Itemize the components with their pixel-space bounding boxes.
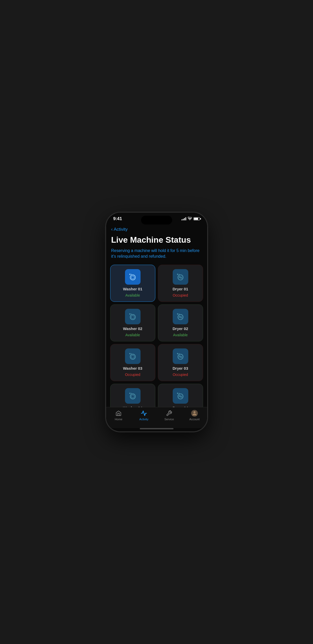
- washer-icon: [128, 391, 138, 401]
- battery-icon: [193, 217, 200, 220]
- washer02-name: Washer 02: [123, 326, 142, 331]
- svg-point-30: [129, 393, 130, 394]
- dryer02-name: Dryer 02: [172, 326, 188, 331]
- machine-card-washer02[interactable]: Washer 02 Available: [110, 304, 155, 341]
- washer03-name: Washer 03: [123, 366, 142, 370]
- page-title: Live Machine Status: [106, 234, 207, 248]
- machine-card-dryer04[interactable]: Dryer 04 Available: [158, 384, 203, 407]
- dryer03-name: Dryer 03: [172, 366, 188, 370]
- status-icons: [182, 217, 200, 221]
- washer04-icon-wrapper: [125, 388, 141, 404]
- svg-point-34: [177, 393, 178, 394]
- svg-point-22: [131, 353, 132, 354]
- dryer-icon: [175, 311, 186, 322]
- dynamic-island: [141, 216, 172, 225]
- machine-card-dryer02[interactable]: Dryer 02 Available: [158, 304, 203, 341]
- dryer-icon: [175, 391, 186, 401]
- user-avatar: [191, 410, 198, 417]
- svg-point-8: [179, 274, 179, 275]
- machine-card-washer01[interactable]: Washer 01 Available: [110, 265, 155, 302]
- tab-activity-label: Activity: [139, 418, 148, 421]
- dryer01-icon-wrapper: [173, 269, 188, 285]
- phone-frame: 9:41: [106, 213, 207, 431]
- washer-icon: [128, 272, 138, 282]
- svg-point-17: [179, 313, 179, 314]
- washer03-icon-wrapper: [125, 348, 141, 364]
- washer01-name: Washer 01: [123, 287, 142, 291]
- tab-home-label: Home: [115, 418, 122, 421]
- tab-activity[interactable]: Activity: [135, 410, 153, 421]
- machine-card-dryer03[interactable]: Dryer 03 Occupied: [158, 344, 203, 381]
- back-label: Activity: [114, 227, 128, 232]
- home-indicator: [140, 428, 173, 429]
- status-time: 9:41: [113, 216, 122, 221]
- svg-point-16: [177, 313, 178, 314]
- phone-screen: 9:41: [106, 213, 207, 431]
- washer01-status: Available: [125, 293, 140, 297]
- back-navigation[interactable]: ‹ Activity: [106, 226, 207, 234]
- dryer-icon: [175, 272, 186, 282]
- machine-card-dryer01[interactable]: Dryer 01 Occupied: [158, 265, 203, 302]
- account-avatar: [191, 410, 198, 417]
- washer03-status: Occupied: [125, 373, 140, 377]
- machine-card-washer04[interactable]: Washer 04 Available: [110, 384, 155, 407]
- washer-icon: [128, 311, 138, 322]
- info-text: Reserving a machine will hold it for 5 m…: [106, 248, 207, 265]
- washer02-icon-wrapper: [125, 309, 141, 324]
- svg-point-26: [179, 353, 179, 354]
- dryer04-icon-wrapper: [173, 388, 188, 404]
- wifi-icon: [188, 217, 192, 221]
- svg-point-12: [129, 313, 130, 314]
- dryer01-status: Occupied: [173, 293, 188, 297]
- washer02-status: Available: [125, 333, 140, 337]
- dryer02-icon-wrapper: [173, 309, 188, 324]
- tab-service-label: Service: [164, 418, 174, 421]
- content-area: ‹ Activity Live Machine Status Reserving…: [106, 223, 207, 407]
- dryer03-status: Occupied: [173, 373, 188, 377]
- dryer-icon: [175, 351, 186, 361]
- dryer03-icon-wrapper: [173, 348, 188, 364]
- svg-point-21: [129, 353, 130, 354]
- tab-home[interactable]: Home: [109, 410, 128, 421]
- svg-point-3: [129, 274, 130, 275]
- service-icon: [166, 410, 172, 417]
- home-icon: [115, 410, 122, 417]
- machine-card-washer03[interactable]: Washer 03 Occupied: [110, 344, 155, 381]
- svg-point-31: [131, 393, 132, 394]
- activity-icon: [141, 410, 147, 417]
- tab-service[interactable]: Service: [160, 410, 178, 421]
- svg-point-13: [131, 313, 132, 314]
- signal-bars-icon: [182, 217, 186, 220]
- dryer01-name: Dryer 01: [172, 287, 188, 291]
- svg-point-7: [177, 274, 178, 275]
- machines-grid: Washer 01 Available: [106, 265, 207, 407]
- tab-account-label: Account: [189, 418, 200, 421]
- svg-point-25: [177, 353, 178, 354]
- svg-point-35: [179, 393, 179, 394]
- back-chevron-icon: ‹: [111, 227, 113, 232]
- washer01-icon-wrapper: [125, 269, 141, 285]
- tab-bar: Home Activity Service: [106, 407, 207, 428]
- tab-account[interactable]: Account: [185, 410, 204, 421]
- svg-point-4: [131, 274, 132, 275]
- svg-point-36: [193, 411, 196, 413]
- washer-icon: [128, 351, 138, 361]
- dryer02-status: Available: [173, 333, 188, 337]
